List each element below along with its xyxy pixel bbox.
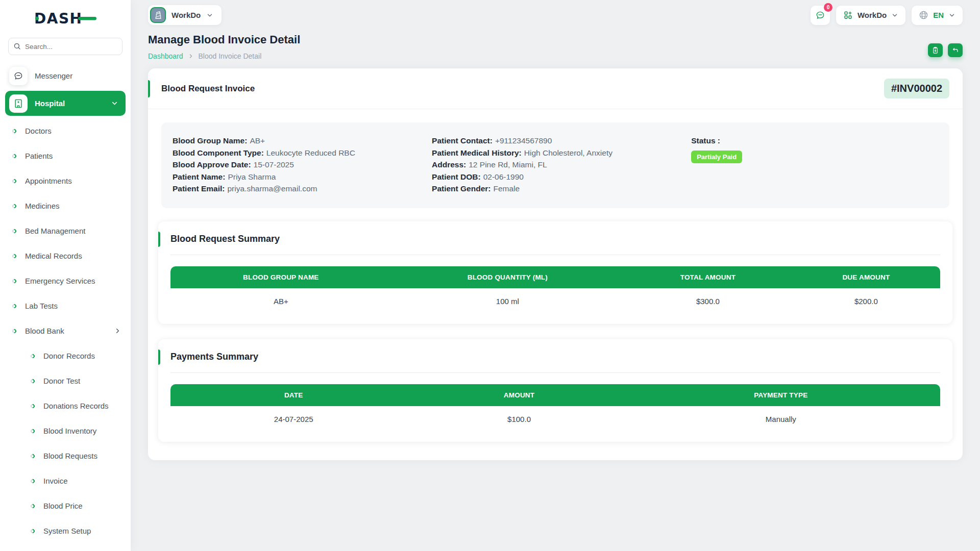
invoice-card-title: Blood Request Invoice [161, 84, 255, 94]
bullet-icon [11, 128, 17, 134]
table-row: 24-07-2025 $100.0 Manually [170, 406, 940, 428]
bullet-icon [11, 228, 17, 234]
invoice-card-header: Blood Request Invoice #INV00002 [148, 68, 963, 109]
accent-bar [148, 80, 150, 97]
search-input[interactable] [8, 38, 122, 55]
details-column-middle: Patient Contact:+911234567890 Patient Me… [432, 135, 691, 195]
chevron-down-icon [948, 12, 955, 19]
chevron-right-icon [114, 327, 121, 335]
sidebar-item-label: Blood Bank [25, 327, 64, 335]
sidebar-item-patients[interactable]: Patients [0, 143, 131, 168]
sidebar-item-medicines[interactable]: Medicines [0, 193, 131, 218]
detail-value: 15-07-2025 [254, 160, 294, 169]
dash-logo-icon: DASH [33, 9, 97, 28]
sidebar-item-appointments[interactable]: Appointments [0, 168, 131, 193]
sidebar-item-label: Lab Tests [25, 302, 58, 310]
bullet-icon [11, 328, 17, 334]
sidebar-item-label: Appointments [25, 177, 72, 185]
detail-label: Blood Component Type: [173, 148, 264, 157]
sidebar-item-system-setup[interactable]: System Setup [0, 518, 131, 543]
detail-value: +911234567890 [495, 136, 552, 145]
detail-label: Patient Gender: [432, 184, 491, 193]
status-badge: Partialy Paid [691, 151, 742, 163]
column-header: TOTAL AMOUNT [624, 266, 792, 288]
cell-due-amount: $200.0 [792, 288, 940, 310]
detail-label: Patient Medical History: [432, 148, 522, 157]
sidebar-item-lab-tests[interactable]: Lab Tests [0, 293, 131, 318]
bullet-icon [30, 528, 35, 534]
sidebar-item-blood-price[interactable]: Blood Price [0, 493, 131, 518]
app-selector-dropdown[interactable]: WorkDo [148, 5, 222, 25]
sidebar-item-label: Bed Management [25, 227, 85, 235]
sidebar-item-label: Blood Price [43, 502, 83, 510]
divider [170, 372, 940, 373]
sidebar-item-medical-records[interactable]: Medical Records [0, 243, 131, 268]
sidebar-item-label: Donations Records [43, 402, 109, 410]
sidebar-item-label: Invoice [43, 477, 68, 485]
add-payment-button[interactable]: $ [928, 43, 943, 57]
cell-payment-type: Manually [622, 406, 940, 428]
bullet-icon [11, 278, 17, 284]
messenger-button[interactable]: 0 [811, 6, 830, 25]
language-dropdown[interactable]: EN [912, 6, 963, 25]
search-icon [13, 42, 21, 50]
detail-value: 02-06-1990 [483, 172, 524, 181]
apps-grid-icon [843, 10, 853, 20]
sidebar-item-donor-records[interactable]: Donor Records [0, 343, 131, 368]
bullet-icon [30, 353, 35, 359]
payments-summary-card: Payments Summary DATE AMOUNT PAYMENT TYP… [158, 339, 952, 442]
detail-value: Priya Sharma [228, 172, 276, 181]
table-row: AB+ 100 ml $300.0 $200.0 [170, 288, 940, 310]
globe-icon [919, 10, 928, 20]
sidebar-item-messenger[interactable]: Messenger [0, 63, 131, 88]
invoice-details-panel: Blood Group Name:AB+ Blood Component Typ… [161, 122, 949, 208]
column-header: PAYMENT TYPE [622, 384, 940, 406]
sidebar-item-hospital[interactable]: Hospital [5, 91, 126, 116]
sidebar-item-surgery[interactable]: Surgery [0, 543, 131, 551]
accent-bar [158, 349, 160, 365]
cell-date: 24-07-2025 [170, 406, 416, 428]
sidebar-item-invoice[interactable]: Invoice [0, 468, 131, 493]
sidebar-item-blood-requests[interactable]: Blood Requests [0, 443, 131, 468]
clipboard-dollar-icon: $ [932, 46, 939, 54]
sidebar-item-label: Blood Requests [43, 452, 97, 460]
sidebar-item-blood-bank[interactable]: Blood Bank [0, 318, 131, 343]
bullet-icon [11, 153, 17, 159]
sidebar-item-bed-management[interactable]: Bed Management [0, 218, 131, 243]
bullet-icon [30, 378, 35, 384]
sidebar-item-donations-records[interactable]: Donations Records [0, 393, 131, 418]
back-arrow-icon [951, 46, 959, 54]
sidebar-item-label: Doctors [25, 127, 52, 135]
chevron-down-icon [206, 12, 213, 19]
brand-logo[interactable]: DASH [0, 0, 131, 37]
bullet-icon [30, 503, 35, 509]
sidebar-item-blood-inventory[interactable]: Blood Inventory [0, 418, 131, 443]
sidebar-item-label: Medical Records [25, 252, 82, 260]
app-selector-label: WorkDo [172, 11, 201, 19]
workdo-menu-button[interactable]: WorkDo [836, 6, 905, 25]
bullet-icon [11, 303, 17, 309]
sidebar-item-label: Medicines [25, 202, 60, 210]
cell-blood-group: AB+ [170, 288, 391, 310]
payments-summary-table: DATE AMOUNT PAYMENT TYPE 24-07-2025 $100… [170, 384, 940, 428]
cell-blood-quantity: 100 ml [391, 288, 624, 310]
section-title: Payments Summary [170, 352, 258, 362]
sidebar-item-label: Patients [25, 152, 53, 160]
sidebar-item-doctors[interactable]: Doctors [0, 118, 131, 143]
sidebar-item-label: Donor Test [43, 377, 80, 385]
detail-label: Patient Contact: [432, 136, 493, 145]
breadcrumb-current: Blood Invoice Detail [199, 52, 262, 60]
messenger-icon [9, 67, 28, 85]
sidebar-item-donor-test[interactable]: Donor Test [0, 368, 131, 393]
bullet-icon [11, 253, 17, 259]
sidebar-item-emergency-services[interactable]: Emergency Services [0, 268, 131, 293]
column-header: DATE [170, 384, 416, 406]
breadcrumb-dashboard-link[interactable]: Dashboard [148, 52, 183, 60]
detail-label: Blood Group Name: [173, 136, 247, 145]
bullet-icon [30, 403, 35, 409]
bullet-icon [30, 453, 35, 459]
back-button[interactable] [948, 43, 963, 57]
detail-label: Patient Name: [173, 172, 225, 181]
topbar: WorkDo 0 [148, 0, 963, 25]
column-header: DUE AMOUNT [792, 266, 940, 288]
